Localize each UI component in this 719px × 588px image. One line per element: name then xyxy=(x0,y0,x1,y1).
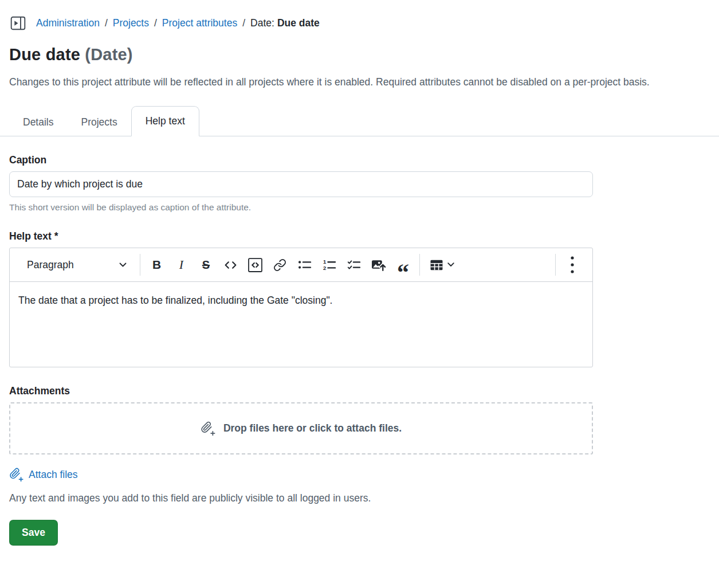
svg-text:2: 2 xyxy=(323,265,326,271)
caption-hint: This short version will be displayed as … xyxy=(9,202,710,213)
block-quote-button[interactable]: “ xyxy=(391,253,415,277)
help-text-label: Help text * xyxy=(9,230,710,242)
tab-details[interactable]: Details xyxy=(9,109,68,136)
paperclip-icon xyxy=(201,421,216,436)
strikethrough-button[interactable]: S xyxy=(194,253,218,277)
breadcrumb: Administration / Projects / Project attr… xyxy=(36,17,320,29)
chevron-down-icon xyxy=(119,262,127,268)
paragraph-style-dropdown[interactable]: Paragraph xyxy=(18,253,136,277)
tab-projects[interactable]: Projects xyxy=(68,109,131,136)
sidebar-toggle-button[interactable] xyxy=(10,15,26,31)
italic-button[interactable]: I xyxy=(169,253,194,277)
save-button[interactable]: Save xyxy=(9,520,58,546)
show-more-button[interactable] xyxy=(560,253,584,277)
page-description: Changes to this project attribute will b… xyxy=(9,73,710,91)
to-do-list-icon xyxy=(347,258,361,272)
attach-files-link[interactable]: Attach files xyxy=(9,468,78,482)
insert-table-dropdown[interactable] xyxy=(424,253,461,277)
help-text-form: Caption This short version will be displ… xyxy=(0,154,719,546)
paperclip-plus-icon xyxy=(9,468,24,482)
caption-input[interactable] xyxy=(9,171,593,197)
breadcrumb-link-projects[interactable]: Projects xyxy=(113,17,149,29)
rich-text-editor: Paragraph B I S xyxy=(9,248,593,367)
numbered-list-icon: 12 xyxy=(323,258,336,272)
numbered-list-button[interactable]: 12 xyxy=(317,253,341,277)
caption-label: Caption xyxy=(9,154,710,166)
breadcrumb-link-project-attributes[interactable]: Project attributes xyxy=(162,17,237,29)
breadcrumb-separator: / xyxy=(242,17,245,29)
image-upload-icon xyxy=(371,258,386,272)
attribute-name: Due date xyxy=(9,45,80,64)
code-block-button[interactable] xyxy=(243,253,268,277)
toolbar-divider xyxy=(419,254,420,276)
attachments-label: Attachments xyxy=(9,385,710,397)
breadcrumb-link-administration[interactable]: Administration xyxy=(36,17,100,29)
italic-icon: I xyxy=(179,257,183,272)
overflow-menu-icon xyxy=(570,255,575,275)
dropzone-text: Drop files here or click to attach files… xyxy=(223,422,402,434)
toolbar-divider xyxy=(555,254,556,276)
table-icon xyxy=(430,260,443,271)
attachments-dropzone[interactable]: Drop files here or click to attach files… xyxy=(9,402,593,454)
breadcrumb-current-prefix: Date: xyxy=(250,17,274,29)
link-icon xyxy=(273,258,286,272)
link-button[interactable] xyxy=(268,253,292,277)
bulleted-list-button[interactable] xyxy=(292,253,317,277)
bold-button[interactable]: B xyxy=(144,253,169,277)
bulleted-list-icon xyxy=(298,258,312,272)
breadcrumb-separator: / xyxy=(154,17,157,29)
toolbar-right-group xyxy=(551,253,584,277)
attribute-type: (Date) xyxy=(85,45,132,64)
tab-bar: Details Projects Help text xyxy=(0,106,719,136)
inline-code-button[interactable] xyxy=(218,253,243,277)
visibility-note: Any text and images you add to this fiel… xyxy=(9,492,710,504)
sidebar-expand-icon xyxy=(10,15,26,31)
paragraph-style-label: Paragraph xyxy=(27,259,74,271)
to-do-list-button[interactable] xyxy=(341,253,366,277)
chevron-down-icon xyxy=(447,262,454,267)
strikethrough-icon: S xyxy=(202,258,210,272)
bold-icon: B xyxy=(152,258,161,272)
code-block-icon xyxy=(247,257,263,273)
page-title: Due date (Date) xyxy=(9,45,710,64)
breadcrumb-current-item: Due date xyxy=(277,17,320,29)
breadcrumb-row: Administration / Projects / Project attr… xyxy=(10,15,710,31)
insert-image-button[interactable] xyxy=(366,253,391,277)
toolbar-divider xyxy=(140,254,140,276)
attach-files-label: Attach files xyxy=(29,469,78,481)
tab-help-text[interactable]: Help text xyxy=(131,106,199,136)
inline-code-icon xyxy=(223,258,238,272)
editor-toolbar: Paragraph B I S xyxy=(10,248,592,282)
breadcrumb-separator: / xyxy=(105,17,108,29)
editor-content[interactable]: The date that a project has to be finali… xyxy=(10,282,592,367)
